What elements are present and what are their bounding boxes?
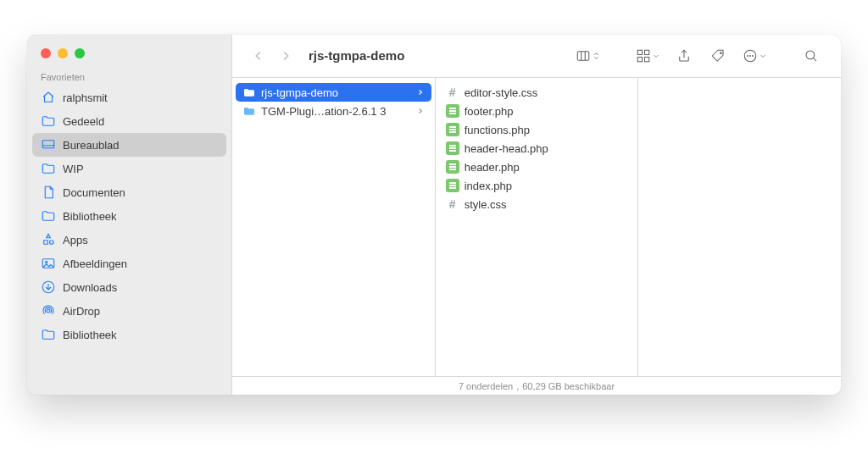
column-1[interactable]: #editor-style.cssfooter.phpfunctions.php… [436,78,639,376]
css-file-icon: # [446,197,459,211]
sidebar-item-label: Bureaublad [63,139,120,152]
css-file-icon: # [446,86,459,99]
main-area: rjs-tgmpa-demo [232,35,841,395]
column-0[interactable]: rjs-tgmpa-demoTGM-Plugi…ation-2.6.1 3 [232,78,436,376]
sidebar-item-wip[interactable]: WIP [32,157,226,180]
sidebar-item-label: Afbeeldingen [63,257,127,270]
folder-item[interactable]: rjs-tgmpa-demo [236,83,431,102]
sidebar-item-gedeeld[interactable]: Gedeeld [32,109,226,133]
chevron-right-icon [280,50,292,62]
columns-icon [576,48,591,64]
sidebar-item-afbeeldingen[interactable]: Afbeeldingen [32,252,226,275]
minimize-window-button[interactable] [58,48,68,58]
toolbar: rjs-tgmpa-demo [232,35,841,77]
tags-button[interactable] [704,43,732,69]
file-item[interactable]: header-head.php [439,139,635,158]
file-item[interactable]: #style.css [439,195,635,213]
status-item-count: 7 onderdelen [459,381,513,391]
download-icon [41,280,56,295]
tag-icon [710,48,726,64]
svg-rect-7 [577,51,589,60]
folder-item[interactable]: TGM-Plugi…ation-2.6.1 3 [236,102,431,120]
item-name: header-head.php [465,142,628,155]
back-button[interactable] [248,43,270,69]
sidebar-item-label: ralphsmit [63,91,108,104]
svg-point-18 [753,55,754,56]
desktop-icon [41,137,56,152]
traffic-lights [27,35,231,65]
close-window-button[interactable] [41,48,51,58]
item-name: rjs-tgmpa-demo [261,86,411,99]
svg-point-19 [806,51,815,59]
share-icon [676,48,692,64]
apps-icon [41,232,56,247]
folder-icon [242,104,256,118]
share-button[interactable] [670,43,698,69]
svg-point-16 [748,55,748,56]
sidebar-item-bibliotheek[interactable]: Bibliotheek [32,323,226,346]
item-name: editor-style.css [465,86,628,99]
svg-point-4 [46,261,47,263]
svg-rect-11 [645,50,649,54]
file-item[interactable]: header.php [439,158,635,176]
svg-rect-0 [42,141,54,148]
svg-point-14 [720,52,721,53]
group-by-button[interactable] [631,43,665,69]
sidebar: Favorieten ralphsmitGedeeldBureaubladWIP… [27,35,232,395]
more-actions-button[interactable] [737,43,771,69]
sidebar-item-bureaublad[interactable]: Bureaublad [32,133,226,157]
sidebar-item-downloads[interactable]: Downloads [32,275,226,299]
view-mode-button[interactable] [570,43,605,69]
image-icon [41,256,56,271]
sidebar-item-label: Apps [63,234,88,246]
file-item[interactable]: footer.php [439,102,635,120]
sidebar-item-airdrop[interactable]: AirDrop [32,299,226,323]
php-file-icon [446,123,459,136]
sidebar-item-apps[interactable]: Apps [32,228,226,252]
folder-icon [41,327,56,342]
window-title: rjs-tgmpa-demo [309,48,404,63]
sidebar-item-label: AirDrop [63,305,100,318]
ellipsis-circle-icon [743,48,758,64]
sidebar-item-label: Documenten [63,186,125,199]
file-item[interactable]: functions.php [439,120,635,139]
status-bar: 7 onderdelen, 60,29 GB beschikbaar [232,376,841,395]
php-file-icon [446,141,459,155]
sidebar-item-label: Gedeeld [63,115,104,128]
svg-line-20 [813,58,816,61]
maximize-window-button[interactable] [75,48,85,58]
sidebar-item-label: Downloads [63,281,117,294]
sidebar-list: ralphsmitGedeeldBureaubladWIPDocumentenB… [27,86,231,355]
sidebar-item-label: Bibliotheek [63,210,117,223]
svg-point-6 [47,309,50,313]
php-file-icon [446,160,459,174]
file-item[interactable]: index.php [439,176,635,195]
folder-icon [242,86,256,99]
grid-icon [636,48,651,64]
search-button[interactable] [797,43,826,69]
sidebar-item-label: WIP [63,163,84,175]
item-name: header.php [465,161,628,174]
folder-icon [41,208,56,224]
forward-button[interactable] [275,43,297,69]
file-item[interactable]: #editor-style.css [439,83,635,102]
sidebar-item-ralphsmit[interactable]: ralphsmit [32,86,226,109]
finder-window: Favorieten ralphsmitGedeeldBureaubladWIP… [27,35,841,395]
svg-rect-10 [637,50,642,54]
item-name: style.css [465,198,628,211]
item-name: functions.php [465,124,628,136]
php-file-icon [446,179,459,192]
caret-down-icon [760,53,766,59]
column-2[interactable] [638,78,841,376]
column-browser: rjs-tgmpa-demoTGM-Plugi…ation-2.6.1 3#ed… [232,77,841,376]
svg-rect-12 [637,57,642,61]
sidebar-item-bibliotheek[interactable]: Bibliotheek [32,204,226,228]
document-icon [41,185,56,200]
home-icon [41,90,56,105]
sidebar-item-documenten[interactable]: Documenten [32,180,226,204]
php-file-icon [446,104,459,118]
caret-down-icon [653,53,659,59]
sidebar-section-label: Favorieten [27,65,231,86]
chevron-left-icon [253,50,264,62]
chevron-right-icon [416,89,425,96]
